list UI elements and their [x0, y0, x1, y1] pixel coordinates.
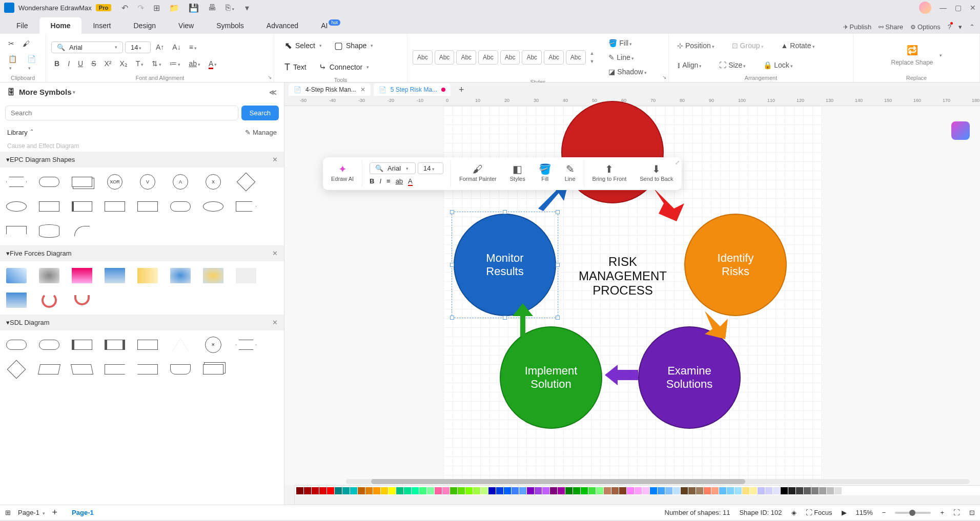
shape-sdl4[interactable] — [105, 340, 125, 350]
color-swatch[interactable] — [658, 487, 665, 494]
color-swatch[interactable] — [596, 487, 603, 494]
shape-para2[interactable] — [71, 364, 93, 374]
chevron-down-icon[interactable]: ▾ — [958, 23, 962, 31]
size-button[interactable]: ⛶ Size▾ — [716, 59, 749, 71]
font-size-select[interactable]: 14▾ — [125, 41, 151, 53]
page-select[interactable]: Page-1 ▾ — [18, 509, 45, 516]
shape-hex2[interactable] — [236, 340, 256, 350]
canvas[interactable]: IdentifyRisks ExamineSolutions Implement… — [284, 106, 980, 485]
style-swatch[interactable]: Abc — [456, 50, 476, 65]
bold-icon[interactable]: B — [51, 57, 63, 70]
shape-rect2[interactable] — [105, 201, 125, 212]
color-swatch[interactable] — [465, 487, 473, 494]
maximize-icon[interactable]: ▢ — [955, 4, 962, 12]
shape-a[interactable]: A — [173, 174, 188, 190]
shape-ff9[interactable] — [6, 293, 27, 308]
color-swatch[interactable] — [550, 487, 557, 494]
add-page-icon[interactable]: + — [52, 507, 58, 518]
align-icon[interactable]: ≡▾ — [186, 41, 200, 53]
color-swatch[interactable] — [519, 487, 526, 494]
styles-launcher-icon[interactable]: ↘ — [662, 74, 666, 80]
color-swatch[interactable] — [419, 487, 426, 494]
publish-button[interactable]: ✈Publish — [843, 23, 872, 31]
redo-icon[interactable]: ↷ — [137, 3, 144, 13]
color-swatch[interactable] — [765, 487, 772, 494]
doc-tab-2[interactable]: 📄 5 Step Risk Ma... — [374, 84, 451, 96]
replace-shape-button[interactable]: Replace Shape — [891, 59, 933, 66]
diagram-center-text[interactable]: RISKMANAGEMENTPROCESS — [566, 255, 679, 298]
format-painter-icon[interactable]: 🖌 — [19, 37, 33, 50]
color-swatch[interactable] — [435, 487, 442, 494]
color-swatch[interactable] — [619, 487, 626, 494]
cut-icon[interactable]: ✂ — [5, 37, 17, 50]
page-tab-1[interactable]: Page-1 — [65, 507, 101, 518]
shape-sdl3[interactable] — [72, 340, 92, 350]
open-icon[interactable]: 📁 — [169, 3, 179, 13]
color-swatch[interactable] — [304, 487, 311, 494]
color-swatch[interactable] — [804, 487, 811, 494]
color-swatch[interactable] — [535, 487, 542, 494]
zoom-in-icon[interactable]: + — [940, 509, 944, 516]
color-swatch[interactable] — [750, 487, 757, 494]
color-swatch[interactable] — [473, 487, 480, 494]
color-swatch[interactable] — [312, 487, 319, 494]
color-swatch[interactable] — [542, 487, 549, 494]
color-swatch[interactable] — [635, 487, 642, 494]
tab-advanced[interactable]: Advanced — [255, 17, 310, 34]
color-swatch[interactable] — [796, 487, 803, 494]
user-avatar-icon[interactable] — [919, 2, 931, 14]
color-swatch[interactable] — [396, 487, 403, 494]
color-swatch[interactable] — [742, 487, 749, 494]
float-fill[interactable]: 🪣Fill — [534, 160, 557, 184]
color-swatch[interactable] — [481, 487, 488, 494]
category-fiveforces[interactable]: ▾ Five Forces Diagram✕ — [0, 245, 284, 261]
shape-ff5[interactable] — [137, 268, 158, 283]
float-font-select[interactable]: 🔍Arial▾ — [370, 162, 416, 174]
fit-page-icon[interactable]: ⛶ — [953, 509, 960, 516]
color-swatch[interactable] — [404, 487, 411, 494]
shape-flag2[interactable] — [137, 364, 158, 374]
shape-rect[interactable] — [39, 201, 59, 212]
shape-ff1[interactable] — [6, 268, 27, 283]
shape-sdl1[interactable] — [6, 340, 27, 350]
text-tool[interactable]: TText — [279, 59, 312, 76]
color-swatch[interactable] — [512, 487, 519, 494]
replace-shape-icon[interactable]: 🔁 — [907, 45, 918, 56]
color-swatch[interactable] — [688, 487, 696, 494]
increase-font-icon[interactable]: A↑ — [153, 41, 167, 53]
color-swatch[interactable] — [827, 487, 834, 494]
float-bring-front[interactable]: ⬆Bring to Front — [587, 160, 632, 184]
shape-tool[interactable]: ▢Shape▾ — [329, 37, 378, 54]
shape-sdl2[interactable] — [39, 340, 59, 350]
shape-rounded2[interactable] — [170, 201, 191, 212]
color-swatch[interactable] — [342, 487, 350, 494]
color-swatch[interactable] — [381, 487, 388, 494]
close-category-icon[interactable]: ✕ — [272, 319, 278, 326]
shape-callout[interactable] — [6, 226, 27, 236]
float-italic-icon[interactable]: I — [379, 177, 381, 185]
case-icon[interactable]: T▾ — [133, 57, 147, 70]
color-swatch[interactable] — [504, 487, 511, 494]
line-spacing-icon[interactable]: ⇅▾ — [149, 57, 165, 70]
zoom-out-icon[interactable]: − — [882, 509, 886, 516]
align-button[interactable]: ⫿ Align▾ — [674, 59, 705, 71]
color-swatch[interactable] — [665, 487, 672, 494]
playback-icon[interactable]: ▶ — [842, 509, 847, 516]
zoom-slider[interactable] — [895, 512, 931, 514]
shadow-button[interactable]: ◪ Shadow▾ — [605, 66, 649, 78]
shape-ellipse[interactable] — [6, 201, 27, 212]
color-swatch[interactable] — [427, 487, 434, 494]
color-swatch[interactable] — [681, 487, 688, 494]
print-icon[interactable]: 🖶 — [208, 3, 216, 12]
color-swatch[interactable] — [604, 487, 611, 494]
new-tab-icon[interactable]: + — [459, 85, 464, 95]
color-swatch[interactable] — [611, 487, 619, 494]
color-swatch[interactable] — [581, 487, 588, 494]
more-icon[interactable]: ▾ — [245, 3, 249, 13]
tab-symbols[interactable]: Symbols — [205, 17, 255, 34]
color-swatch[interactable] — [704, 487, 711, 494]
symbol-search-input[interactable] — [5, 106, 238, 120]
color-swatch[interactable] — [458, 487, 465, 494]
minimize-icon[interactable]: — — [940, 4, 947, 12]
arrow-purple[interactable] — [602, 362, 643, 388]
